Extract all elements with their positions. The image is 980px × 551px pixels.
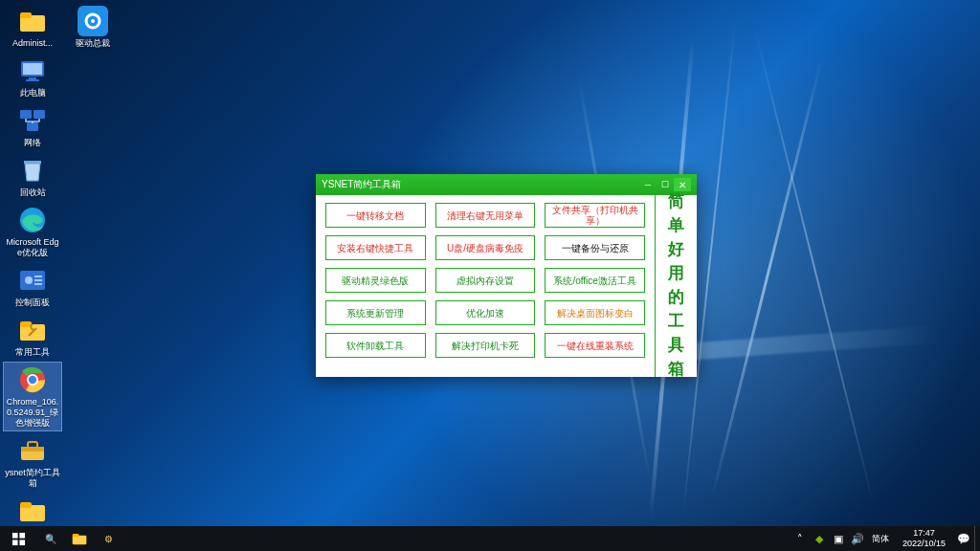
svg-rect-6 xyxy=(23,63,42,75)
tool-uninstaller[interactable]: 软件卸载工具 xyxy=(325,333,426,358)
tool-install-context[interactable]: 安装右键快捷工具 xyxy=(325,235,426,260)
pc-icon xyxy=(17,55,48,86)
aside-char: 好 xyxy=(668,237,684,261)
svg-rect-7 xyxy=(29,77,36,79)
clock-date: 2022/10/15 xyxy=(902,539,946,549)
app-window: YSNET简约工具箱 一键转移文档 清理右键无用菜单 文件共享（打印机共享） 安… xyxy=(316,174,697,377)
svg-rect-26 xyxy=(28,442,37,448)
taskbar: 🔍 ⚙ ˄ ◆ ▣ 🔊 简体 17:47 2022/10/15 💬 xyxy=(0,526,980,551)
search-icon: 🔍 xyxy=(45,534,56,544)
svg-rect-32 xyxy=(19,540,25,545)
show-desktop-button[interactable] xyxy=(974,526,980,551)
window-title: YSNET简约工具箱 xyxy=(322,178,639,191)
tool-fix-white-icons[interactable]: 解决桌面图标变白 xyxy=(545,300,645,325)
desktop-icon-control-panel[interactable]: 控制面板 xyxy=(4,263,61,310)
tray-ime[interactable]: 简体 xyxy=(870,533,891,545)
aside-char: 用 xyxy=(668,261,684,285)
tray-clock[interactable]: 17:47 2022/10/15 xyxy=(897,528,951,549)
svg-rect-31 xyxy=(11,540,17,545)
desktop-icon-this-pc[interactable]: 此电脑 xyxy=(4,54,61,100)
recycle-bin-icon xyxy=(17,155,48,186)
tools-folder-icon xyxy=(17,496,48,526)
icon-label: Chrome_106.0.5249.91_绿色增强版 xyxy=(5,397,60,429)
svg-rect-12 xyxy=(24,161,41,164)
svg-rect-18 xyxy=(34,283,42,285)
tool-fix-printer[interactable]: 解决打印机卡死 xyxy=(435,333,536,358)
desktop-icon-common-tools[interactable]: 常用工具 xyxy=(4,313,61,360)
icon-label: ysnet简约工具箱 xyxy=(5,468,60,489)
icon-label: 控制面板 xyxy=(15,298,50,308)
minimize-button[interactable] xyxy=(639,178,657,191)
taskbar-explorer[interactable] xyxy=(65,526,94,551)
tray-volume-icon[interactable]: 🔊 xyxy=(851,532,864,545)
gear-icon: ⚙ xyxy=(104,534,113,544)
icon-label: 常用工具 xyxy=(15,347,50,358)
svg-rect-29 xyxy=(11,532,17,538)
icon-label: 回收站 xyxy=(20,187,46,198)
folder-icon xyxy=(71,530,88,547)
desktop-icon-edge[interactable]: Microsoft Edge优化版 xyxy=(4,203,61,260)
toolbox-icon xyxy=(17,435,48,466)
svg-rect-9 xyxy=(20,110,32,119)
svg-rect-10 xyxy=(33,110,45,119)
svg-rect-30 xyxy=(19,532,25,538)
tool-virtual-memory[interactable]: 虚拟内存设置 xyxy=(435,268,536,293)
desktop-icon-ysnet[interactable]: ysnet简约工具箱 xyxy=(4,433,61,491)
tray-nvidia-icon[interactable]: ◆ xyxy=(813,532,826,545)
icon-label: 驱动总裁 xyxy=(76,38,110,49)
icon-label: Administ... xyxy=(12,38,53,49)
edge-icon xyxy=(17,205,48,235)
titlebar[interactable]: YSNET简约工具箱 xyxy=(316,174,697,195)
aside-char: 简 xyxy=(668,189,684,213)
taskbar-settings[interactable]: ⚙ xyxy=(94,526,122,551)
tray-chevron-up-icon[interactable]: ˄ xyxy=(793,532,807,545)
aside-char: 具 xyxy=(668,333,684,357)
desktop-icon-network[interactable]: 网络 xyxy=(4,103,61,150)
aside-char: 单 xyxy=(668,213,684,237)
aside-slogan: 简 单 好 用 的 工 具 箱 xyxy=(655,195,697,377)
aside-char: 工 xyxy=(668,309,684,333)
gear-app-icon xyxy=(78,6,108,36)
svg-rect-34 xyxy=(73,534,79,537)
tool-reinstall-os[interactable]: 一键在线重装系统 xyxy=(545,333,645,358)
desktop-icons: Administ... 驱动总裁 此电脑 网络 回收站 Microsoft Ed… xyxy=(4,4,122,551)
svg-rect-11 xyxy=(27,122,38,131)
svg-rect-28 xyxy=(20,502,32,508)
tools-folder-icon xyxy=(17,315,48,345)
chrome-icon xyxy=(17,364,48,395)
aside-char: 箱 xyxy=(668,357,684,381)
tool-backup-restore[interactable]: 一键备份与还原 xyxy=(545,235,645,260)
icon-label: Microsoft Edge优化版 xyxy=(5,237,60,258)
desktop-icon-chrome[interactable]: Chrome_106.0.5249.91_绿色增强版 xyxy=(4,363,61,430)
tool-move-docs[interactable]: 一键转移文档 xyxy=(325,203,426,228)
svg-point-4 xyxy=(91,19,95,23)
tool-optimize[interactable]: 优化加速 xyxy=(435,300,536,325)
aside-char: 的 xyxy=(668,285,684,309)
tool-update-mgr[interactable]: 系统更新管理 xyxy=(325,300,426,325)
user-folder-icon xyxy=(17,6,48,36)
start-button[interactable] xyxy=(0,526,36,551)
desktop-icon-administrator[interactable]: Administ... xyxy=(4,4,61,51)
desktop-icon-driver-master[interactable]: 驱动总裁 xyxy=(64,4,122,51)
tool-grid: 一键转移文档 清理右键无用菜单 文件共享（打印机共享） 安装右键快捷工具 U盘/… xyxy=(316,195,655,377)
tool-file-share[interactable]: 文件共享（打印机共享） xyxy=(545,203,645,228)
svg-rect-1 xyxy=(20,12,32,18)
svg-rect-8 xyxy=(26,79,39,81)
svg-rect-20 xyxy=(20,321,32,327)
tool-usb-immunize[interactable]: U盘/硬盘病毒免疫 xyxy=(435,235,536,260)
icon-label: 网络 xyxy=(24,138,41,148)
tray-security-icon[interactable]: ▣ xyxy=(832,532,845,545)
clock-time: 17:47 xyxy=(902,528,946,539)
tool-clean-contextmenu[interactable]: 清理右键无用菜单 xyxy=(435,203,536,228)
taskbar-search[interactable]: 🔍 xyxy=(36,526,65,551)
system-tray: ˄ ◆ ▣ 🔊 简体 17:47 2022/10/15 💬 xyxy=(790,526,974,551)
desktop-icon-recycle-bin[interactable]: 回收站 xyxy=(4,153,61,200)
svg-point-15 xyxy=(25,276,33,284)
svg-rect-17 xyxy=(34,279,42,281)
svg-point-23 xyxy=(29,376,36,384)
tool-activation[interactable]: 系统/office激活工具 xyxy=(545,268,645,293)
tool-driver-genius[interactable]: 驱动精灵绿色版 xyxy=(325,268,426,293)
network-icon xyxy=(17,105,48,136)
svg-rect-16 xyxy=(34,276,42,277)
tray-notifications-icon[interactable]: 💬 xyxy=(957,532,970,545)
